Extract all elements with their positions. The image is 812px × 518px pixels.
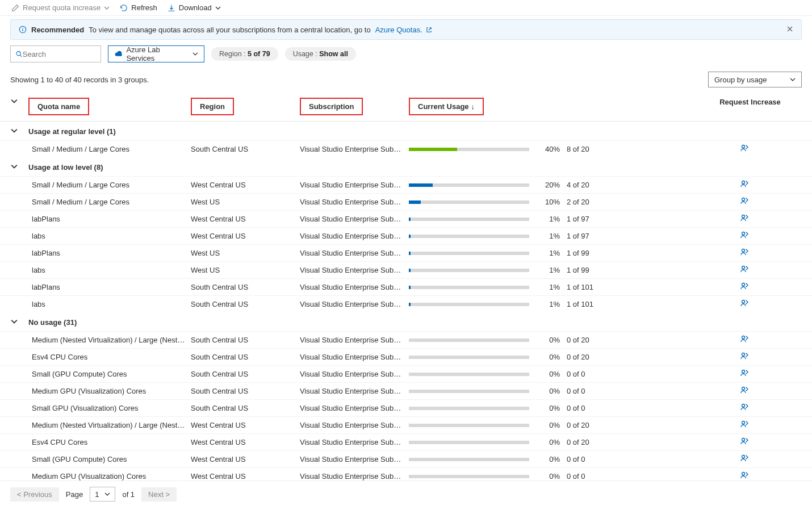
azure-quotas-link[interactable]: Azure Quotas. bbox=[375, 26, 433, 34]
usage-bar bbox=[409, 269, 529, 272]
expand-all-toggle[interactable] bbox=[0, 98, 28, 115]
search-input[interactable] bbox=[23, 50, 96, 59]
request-increase-button[interactable] bbox=[740, 214, 749, 223]
usage-ratio: 1 of 101 bbox=[567, 283, 606, 291]
request-increase-button[interactable] bbox=[740, 437, 749, 446]
usage-ratio: 0 of 20 bbox=[567, 438, 606, 446]
usage-cell: 1%1 of 101 bbox=[409, 283, 694, 291]
group-header[interactable]: Usage at low level (8) bbox=[0, 157, 812, 176]
usage-bar bbox=[409, 373, 529, 376]
usage-filter-pill[interactable]: Usage : Show all bbox=[285, 47, 356, 61]
usage-percent: 1% bbox=[536, 232, 560, 240]
page-value: 1 bbox=[95, 490, 99, 499]
region-cell: West Central US bbox=[191, 472, 300, 481]
region-cell: South Central US bbox=[191, 387, 300, 395]
usage-bar bbox=[409, 183, 529, 187]
page-of-label: of 1 bbox=[122, 490, 135, 499]
table-body: Usage at regular level (1)Small / Medium… bbox=[0, 122, 812, 481]
usage-cell: 1%1 of 97 bbox=[409, 232, 694, 240]
request-increase-button[interactable] bbox=[740, 197, 749, 206]
download-button[interactable]: Download bbox=[168, 3, 221, 12]
group-header[interactable]: No usage (31) bbox=[0, 312, 812, 331]
region-cell: West Central US bbox=[191, 215, 300, 223]
group-title: No usage (31) bbox=[28, 318, 812, 327]
usage-bar bbox=[409, 252, 529, 255]
usage-cell: 0%0 of 0 bbox=[409, 370, 694, 378]
region-cell: South Central US bbox=[191, 404, 300, 412]
region-cell: South Central US bbox=[191, 336, 300, 344]
table-row: labPlansWest USVisual Studio Enterprise … bbox=[0, 244, 812, 261]
quota-name-cell: labPlans bbox=[28, 249, 191, 257]
usage-ratio: 1 of 99 bbox=[567, 266, 606, 274]
quota-name-cell: labs bbox=[28, 266, 191, 274]
table-row: labsWest Central USVisual Studio Enterpr… bbox=[0, 227, 812, 244]
next-page-button[interactable]: Next > bbox=[141, 487, 177, 502]
table-row: labsSouth Central USVisual Studio Enterp… bbox=[0, 295, 812, 312]
svg-point-1 bbox=[16, 52, 20, 56]
group-by-dropdown[interactable]: Group by usage bbox=[708, 72, 802, 87]
request-increase-button[interactable] bbox=[740, 282, 749, 291]
subscription-cell: Visual Studio Enterprise Subscri... bbox=[300, 300, 409, 308]
request-quota-increase-button[interactable]: Request quota increase bbox=[11, 3, 110, 12]
request-increase-button[interactable] bbox=[740, 248, 749, 257]
table-row: Small (GPU Compute) CoresWest Central US… bbox=[0, 450, 812, 467]
group-header[interactable]: Usage at regular level (1) bbox=[0, 122, 812, 140]
col-quota-name[interactable]: Quota name bbox=[28, 98, 191, 115]
page-number-dropdown[interactable]: 1 bbox=[90, 487, 115, 502]
region-filter-pill[interactable]: Region : 5 of 79 bbox=[211, 47, 278, 61]
request-increase-button[interactable] bbox=[740, 299, 749, 308]
page-label: Page bbox=[66, 490, 83, 499]
request-increase-button[interactable] bbox=[740, 335, 749, 344]
usage-percent: 0% bbox=[536, 370, 560, 378]
subscription-cell: Visual Studio Enterprise Subscri... bbox=[300, 198, 409, 206]
svg-point-9 bbox=[742, 283, 745, 286]
request-increase-button[interactable] bbox=[740, 403, 749, 412]
usage-cell: 10%2 of 20 bbox=[409, 198, 694, 206]
region-cell: South Central US bbox=[191, 300, 300, 308]
usage-ratio: 0 of 0 bbox=[567, 370, 606, 378]
svg-point-6 bbox=[742, 232, 745, 235]
request-increase-button[interactable] bbox=[740, 231, 749, 240]
banner-close-button[interactable] bbox=[786, 25, 793, 34]
refresh-button[interactable]: Refresh bbox=[120, 3, 157, 12]
usage-cell: 1%1 of 101 bbox=[409, 300, 694, 308]
provider-dropdown[interactable]: Azure Lab Services bbox=[108, 45, 204, 62]
usage-filter-label: Usage : bbox=[293, 50, 320, 58]
table-row: Esv4 CPU CoresWest Central USVisual Stud… bbox=[0, 433, 812, 450]
chevron-down-icon bbox=[215, 5, 221, 11]
usage-percent: 0% bbox=[536, 336, 560, 344]
usage-percent: 10% bbox=[536, 198, 560, 206]
usage-bar bbox=[409, 458, 529, 461]
quota-name-cell: Medium GPU (Visualization) Cores bbox=[28, 387, 191, 395]
chevron-down-icon bbox=[790, 77, 796, 82]
table-header: Quota name Region Subscription Current U… bbox=[0, 90, 812, 122]
quota-name-cell: Small / Medium / Large Cores bbox=[28, 145, 191, 153]
request-increase-button[interactable] bbox=[740, 352, 749, 361]
usage-percent: 0% bbox=[536, 387, 560, 395]
col-region[interactable]: Region bbox=[191, 98, 300, 115]
search-input-wrap[interactable] bbox=[10, 45, 101, 62]
request-increase-button[interactable] bbox=[740, 369, 749, 378]
region-cell: South Central US bbox=[191, 283, 300, 291]
col-subscription[interactable]: Subscription bbox=[300, 98, 409, 115]
request-quota-increase-label: Request quota increase bbox=[23, 3, 101, 12]
usage-cell: 0%0 of 20 bbox=[409, 421, 694, 429]
prev-page-button[interactable]: < Previous bbox=[10, 487, 59, 502]
col-current-usage[interactable]: Current Usage ↓ bbox=[409, 98, 694, 115]
svg-point-19 bbox=[742, 473, 745, 475]
request-increase-button[interactable] bbox=[740, 144, 749, 153]
subscription-cell: Visual Studio Enterprise Subscri... bbox=[300, 404, 409, 412]
svg-point-5 bbox=[742, 215, 745, 218]
request-increase-button[interactable] bbox=[740, 454, 749, 463]
table-row: Medium (Nested Virtualization) / Large (… bbox=[0, 416, 812, 433]
request-increase-button[interactable] bbox=[740, 420, 749, 429]
request-increase-button[interactable] bbox=[740, 471, 749, 480]
external-link-icon bbox=[426, 27, 432, 33]
request-increase-button[interactable] bbox=[740, 386, 749, 395]
region-cell: West US bbox=[191, 266, 300, 274]
download-label: Download bbox=[179, 3, 212, 12]
table-row: Esv4 CPU CoresSouth Central USVisual Stu… bbox=[0, 348, 812, 365]
usage-cell: 0%0 of 20 bbox=[409, 353, 694, 361]
request-increase-button[interactable] bbox=[740, 265, 749, 274]
request-increase-button[interactable] bbox=[740, 179, 749, 189]
